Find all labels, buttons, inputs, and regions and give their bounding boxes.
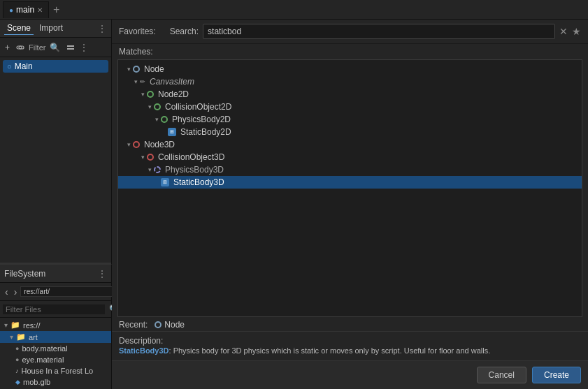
recent-node-icon [155, 321, 162, 328]
static3d-label: StaticBody3D [173, 177, 224, 187]
description-section: Description: StaticBody3D: Physics body … [112, 331, 588, 360]
fs-nav: ‹ › ≡ [0, 283, 111, 301]
node3d-arrow: ▾ [127, 141, 131, 148]
static3d-icon: ⊞ [161, 178, 169, 186]
tab-add-button[interactable]: + [50, 3, 62, 16]
tree-node[interactable]: ▾ Node [118, 63, 582, 75]
phys2d-label: PhysicsBody2D [172, 115, 231, 124]
scene-panel: Scene Import ⋮ + Filter 🔍 ⋮ ○ [0, 20, 111, 264]
node-icon [133, 66, 140, 73]
matches-tree[interactable]: ▾ Node ▾ ✏ CanvasItem ▾ Node2D [117, 59, 582, 317]
filter-label: Filter [29, 43, 45, 52]
recent-node-label: Node [164, 320, 185, 330]
tree-physicsbody3d[interactable]: ▾ PhysicsBody3D [118, 163, 582, 176]
node2d-icon [147, 91, 154, 98]
scene-panel-tabs: Scene Import ⋮ [0, 20, 111, 38]
search-favorite-button[interactable]: ★ [572, 26, 581, 37]
tree-staticbody2d[interactable]: ▾ ⊞ StaticBody2D [118, 126, 582, 138]
fs-title: FileSystem [4, 269, 45, 279]
tree-physicsbody2d[interactable]: ▾ PhysicsBody2D [118, 113, 582, 126]
scene-link-button[interactable] [14, 42, 27, 53]
col3d-icon [147, 154, 154, 161]
tree-canvasitem[interactable]: ▾ ✏ CanvasItem [118, 75, 582, 88]
node-label: Node [144, 64, 164, 74]
audio-icon: ♪ [15, 367, 19, 374]
tab-scene[interactable]: Scene [4, 22, 34, 35]
fs-path-input[interactable] [20, 286, 116, 297]
scene-options-button[interactable]: ⋮ [97, 23, 107, 34]
folder-expand-icon-art: ▾ [10, 333, 13, 341]
fs-item-body-material[interactable]: ● body.material [0, 343, 111, 354]
fs-fwd-button[interactable]: › [12, 285, 20, 299]
dialog-area: Favorites: Search: ✕ ★ Matches: ▾ Node [112, 20, 588, 389]
recent-items: Node [155, 320, 185, 330]
static2d-label: StaticBody2D [180, 127, 231, 137]
link-icon [16, 43, 24, 52]
fs-item-label-mob: mob.glb [23, 378, 50, 386]
create-button[interactable]: Create [532, 367, 581, 383]
top-search-row: Favorites: Search: ✕ ★ [112, 20, 588, 44]
snap-icon [66, 43, 75, 52]
tree-node3d[interactable]: ▾ Node3D [118, 138, 582, 151]
node2d-arrow: ▾ [141, 91, 145, 98]
col2d-label: CollisionObject2D [165, 102, 231, 112]
tree-collision3d[interactable]: ▾ CollisionObject3D [118, 151, 582, 163]
tab-import[interactable]: Import [36, 22, 66, 35]
fs-item-label: res:// [23, 321, 40, 330]
col2d-icon [154, 103, 161, 110]
fs-item-house-audio[interactable]: ♪ House In a Forest Lo [0, 365, 111, 376]
static2d-icon: ⊞ [168, 128, 176, 136]
phys3d-label: PhysicsBody3D [165, 165, 224, 175]
svg-rect-1 [67, 48, 74, 50]
scene-toolbar: + Filter 🔍 ⋮ [0, 38, 111, 57]
fs-filter-input[interactable] [3, 304, 105, 314]
filter-search-button[interactable]: 🔍 [48, 41, 62, 54]
fs-item-label-body: body.material [22, 344, 67, 353]
canvasitem-label: CanvasItem [150, 77, 194, 87]
fs-item-eye-material[interactable]: ● eye.material [0, 354, 111, 365]
search-input[interactable] [203, 24, 555, 39]
main-node-icon: ○ [7, 62, 12, 71]
folder-icon-art: 📁 [16, 332, 26, 342]
phys2d-icon [161, 116, 168, 123]
scene-snap-button[interactable] [64, 42, 77, 53]
top-tab-bar: ● main ✕ + [0, 0, 588, 20]
search-clear-button[interactable]: ✕ [559, 26, 568, 37]
fs-filter-bar: 🔍 ⇅ [0, 301, 111, 318]
folder-expand-icon: ▾ [4, 321, 8, 329]
dot-icon-body: ● [15, 345, 19, 352]
fs-back-button[interactable]: ‹ [3, 285, 10, 299]
cancel-button[interactable]: Cancel [477, 367, 526, 383]
filesystem-panel: FileSystem ⋮ ‹ › ≡ 🔍 ⇅ ▾ 📁 res:// [0, 264, 112, 389]
fs-options-button[interactable]: ⋮ [97, 268, 107, 279]
phys2d-arrow: ▾ [155, 116, 159, 123]
tree-node2d[interactable]: ▾ Node2D [118, 88, 582, 101]
description-node-name: StaticBody3D [119, 346, 169, 355]
tab-close-icon[interactable]: ✕ [37, 6, 43, 14]
node2d-label: Node2D [158, 89, 189, 99]
phys3d-arrow: ▾ [148, 166, 152, 173]
phys3d-icon [154, 166, 161, 173]
fs-item-mob[interactable]: ◆ mob.glb [0, 376, 111, 388]
folder-icon: 📁 [10, 321, 20, 330]
recent-section: Recent: Node [112, 317, 588, 331]
search-label: Search: [170, 27, 199, 36]
fs-item-label-art: art [29, 333, 38, 342]
main-content: Scene Import ⋮ + Filter 🔍 ⋮ ○ [0, 20, 588, 389]
left-panel: Scene Import ⋮ + Filter 🔍 ⋮ ○ [0, 20, 112, 389]
scene-add-button[interactable]: + [3, 41, 12, 54]
scene-more-button[interactable]: ⋮ [79, 42, 89, 53]
tree-staticbody3d[interactable]: ▾ ⊞ StaticBody3D [118, 176, 582, 189]
recent-label: Recent: [119, 320, 148, 330]
bottom-buttons: Cancel Create [112, 360, 588, 389]
tab-main[interactable]: ● main ✕ [3, 1, 49, 18]
fs-item-art[interactable]: ▾ 📁 art [0, 331, 111, 343]
scene-item-main[interactable]: ○ Main [3, 60, 108, 73]
description-text: StaticBody3D: Physics body for 3D physic… [119, 346, 581, 356]
fs-item-resroot[interactable]: ▾ 📁 res:// [0, 319, 111, 331]
description-label: Description: [119, 336, 163, 346]
tab-circle-icon: ● [9, 6, 13, 14]
node3d-label: Node3D [144, 140, 175, 149]
tree-collision2d[interactable]: ▾ CollisionObject2D [118, 101, 582, 113]
fs-item-label-house: House In a Forest Lo [22, 367, 94, 375]
